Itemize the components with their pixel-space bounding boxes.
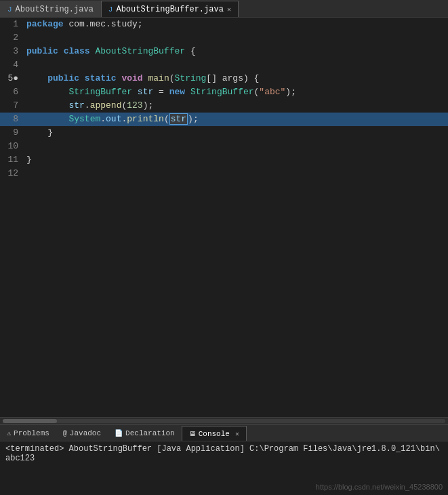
code-line-10: 10 [0, 140, 448, 153]
code-cell [24, 140, 448, 153]
line-number: 8 [0, 113, 24, 126]
code-line-empty [0, 180, 448, 194]
line-number: 6 [0, 85, 24, 99]
code-line-empty [0, 357, 448, 370]
file-icon: J [7, 5, 12, 14]
line-number: 11 [0, 153, 24, 167]
code-line-empty [0, 316, 448, 330]
watermark: https://blog.csdn.net/weixin_45238800 [316, 483, 443, 491]
code-line-empty [0, 384, 448, 397]
javadoc-label: Javadoc [70, 429, 101, 437]
code-cell [24, 31, 448, 45]
code-line-empty [0, 221, 448, 235]
code-line-4: 4 [0, 58, 448, 72]
panel-tab-bar: ⚠ Problems @ Javadoc 📄 Declaration 🖥 Con… [0, 425, 448, 441]
bottom-panel: ⚠ Problems @ Javadoc 📄 Declaration 🖥 Con… [0, 424, 448, 495]
javadoc-icon: @ [63, 430, 67, 437]
code-line-empty [0, 289, 448, 302]
code-cell: package com.mec.study; [24, 18, 448, 31]
code-line-empty [0, 194, 448, 207]
code-line-9: 9 } [0, 126, 448, 140]
editor-content[interactable]: 1 package com.mec.study; 2 3 public clas… [0, 18, 448, 417]
declaration-label: Declaration [125, 429, 175, 437]
file-icon: J [108, 5, 113, 14]
code-line-6: 6 StringBuffer str = new StringBuffer("a… [0, 85, 448, 99]
code-line-5: 5● public static void main(String[] args… [0, 72, 448, 85]
line-number: 1 [0, 18, 24, 31]
code-line-empty [0, 262, 448, 275]
tab-label: AboutStringBuffer.java [116, 5, 223, 14]
line-number: 4 [0, 58, 24, 72]
tab-console[interactable]: 🖥 Console ✕ [182, 426, 247, 441]
close-console-icon[interactable]: ✕ [235, 430, 239, 438]
tab-about-string-buffer[interactable]: J AboutStringBuffer.java ✕ [101, 1, 239, 17]
code-line-empty [0, 302, 448, 316]
code-cell [24, 167, 448, 180]
code-cell: } [24, 153, 448, 167]
code-line-empty [0, 397, 448, 411]
editor: 1 package com.mec.study; 2 3 public clas… [0, 18, 448, 424]
tab-label: AboutString.java [16, 5, 94, 14]
output-line: abc123 [5, 454, 443, 463]
line-number: 5● [0, 72, 24, 85]
code-line-empty [0, 235, 448, 248]
code-cell: System.out.println(str); [24, 113, 448, 126]
code-cell: public class AboutStringBuffer { [24, 45, 448, 58]
code-line-7: 7 str.append(123); [0, 99, 448, 113]
line-number: 3 [0, 45, 24, 58]
line-number: 9 [0, 126, 24, 140]
tab-about-string[interactable]: J AboutString.java [0, 1, 101, 17]
problems-icon: ⚠ [7, 429, 11, 437]
console-content: <terminated> AboutStringBuffer [Java App… [0, 441, 448, 495]
horizontal-scrollbar[interactable] [0, 417, 448, 424]
code-line-2: 2 [0, 31, 448, 45]
tab-bar: J AboutString.java J AboutStringBuffer.j… [0, 0, 448, 18]
line-number: 7 [0, 99, 24, 113]
console-icon: 🖥 [189, 430, 196, 438]
tab-problems[interactable]: ⚠ Problems [0, 426, 56, 441]
code-cell [24, 58, 448, 72]
line-number: 12 [0, 167, 24, 180]
close-icon[interactable]: ✕ [227, 5, 231, 14]
code-line-empty [0, 343, 448, 357]
code-line-11: 11 } [0, 153, 448, 167]
code-line-empty [0, 330, 448, 343]
line-number: 10 [0, 140, 24, 153]
code-cell: StringBuffer str = new StringBuffer("abc… [24, 85, 448, 99]
code-cell: public static void main(String[] args) { [24, 72, 448, 85]
code-cell: } [24, 126, 448, 140]
code-line-empty [0, 370, 448, 384]
code-line-1: 1 package com.mec.study; [0, 18, 448, 31]
declaration-icon: 📄 [115, 429, 123, 437]
code-line-empty [0, 207, 448, 221]
tab-javadoc[interactable]: @ Javadoc [56, 426, 108, 441]
tab-declaration[interactable]: 📄 Declaration [108, 426, 182, 441]
code-line-3: 3 public class AboutStringBuffer { [0, 45, 448, 58]
code-line-empty [0, 248, 448, 262]
code-line-8: 8 System.out.println(str); [0, 113, 448, 126]
terminated-line: <terminated> AboutStringBuffer [Java App… [5, 444, 443, 454]
code-line-12: 12 [0, 167, 448, 180]
problems-label: Problems [14, 429, 49, 437]
line-number: 2 [0, 31, 24, 45]
console-label: Console [199, 430, 230, 438]
code-line-empty [0, 275, 448, 289]
code-cell: str.append(123); [24, 99, 448, 113]
